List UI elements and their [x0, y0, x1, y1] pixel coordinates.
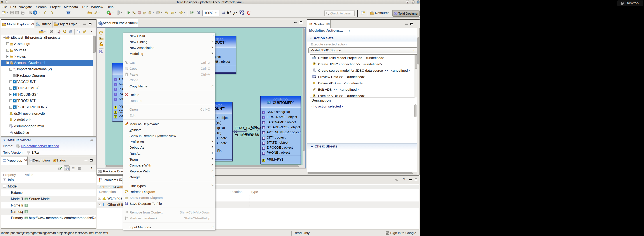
svg-text:T: T — [42, 30, 43, 32]
svg-text:?: ? — [12, 126, 13, 128]
svg-text:!: ! — [104, 197, 105, 200]
svg-text:M: M — [4, 23, 6, 25]
svg-text:M P: M P — [67, 12, 70, 14]
svg-text:!: ! — [11, 50, 12, 52]
svg-text:?: ? — [12, 113, 13, 115]
svg-text:?: ? — [12, 132, 13, 134]
svg-text:z: z — [59, 32, 60, 34]
